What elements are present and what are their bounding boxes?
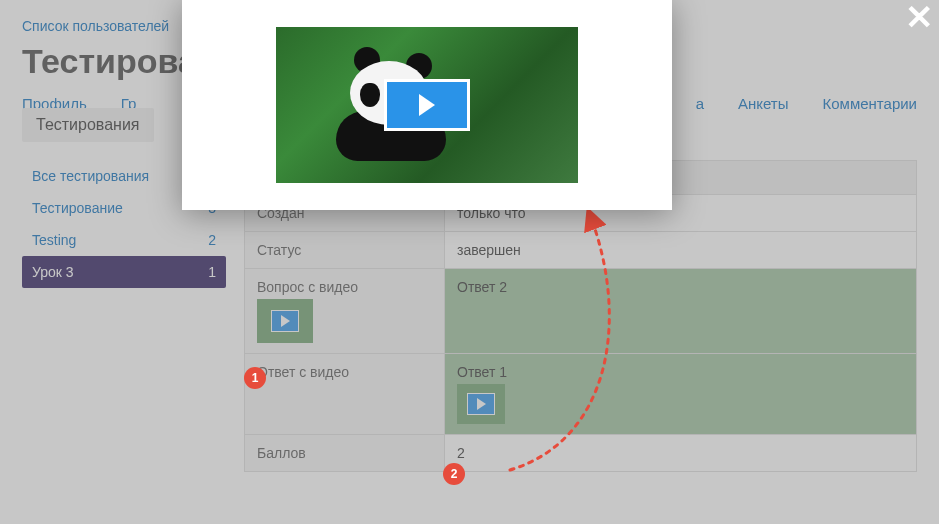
video-modal — [182, 0, 672, 210]
close-icon[interactable]: ✕ — [905, 0, 933, 34]
video-player[interactable] — [276, 27, 578, 183]
annotation-marker-1: 1 — [244, 367, 266, 389]
annotation-marker-2: 2 — [443, 463, 465, 485]
play-icon — [384, 79, 470, 131]
